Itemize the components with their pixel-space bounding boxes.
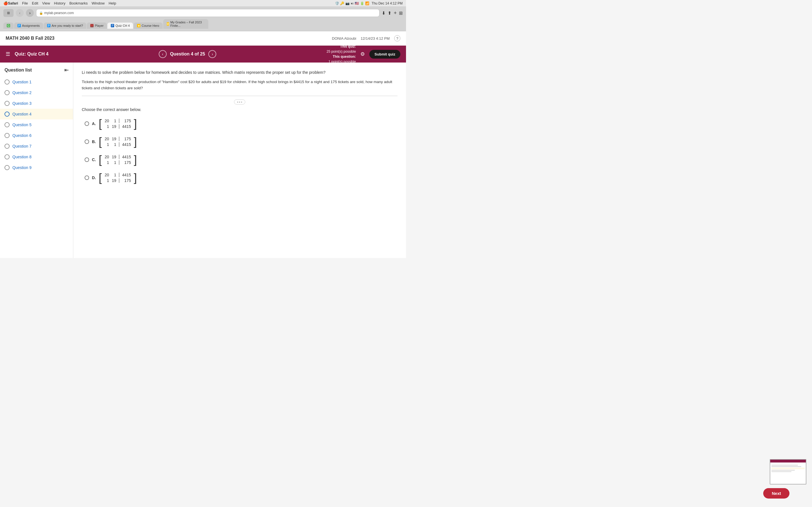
download-icon[interactable]: ⬇ [382,10,386,16]
header-datetime: 12/14/23 4:12 PM [361,36,390,41]
sidebar-item-question8[interactable]: Question 8 [0,152,73,162]
sidebar-item-question4[interactable]: Question 4 [0,109,73,119]
sidebar-item-question2[interactable]: Question 2 [0,87,73,98]
menu-file[interactable]: File [22,1,28,5]
option-a-label: A. [92,121,96,126]
datetime: Thu Dec 14 4:12 PM [371,1,403,5]
collapse-sidebar-button[interactable]: ⇤ [64,67,68,73]
tab-quiz[interactable]: P Quiz CH 4 [107,22,133,29]
tab-assignments[interactable]: P Assignments [14,22,43,29]
menu-view[interactable]: View [42,1,50,5]
cell-d-r2c1: 1 [105,178,109,183]
site-title: MATH 2040 B Fall 2023 [6,36,54,41]
option-b-radio[interactable] [85,139,89,144]
option-c-radio[interactable] [85,158,89,162]
tab-favicon-grades: M [167,22,169,25]
cell-a-r1c1: 20 [105,119,109,123]
question1-label: Question 1 [12,80,32,84]
cell-d-r2c2: 19 [112,178,116,183]
question5-label: Question 5 [12,122,32,127]
menu-help[interactable]: Help [109,1,116,5]
question4-label: Question 4 [12,112,32,116]
bracket-left-d: [ [99,172,102,183]
cell-c-r2c2: 1 [112,160,116,165]
menu-bookmarks[interactable]: Bookmarks [69,1,88,5]
question5-status-circle [4,122,10,127]
tab-coursehero[interactable]: ★ Course Hero [134,22,162,29]
question9-status-circle [4,165,10,170]
cell-b-r1c2: 19 [112,136,116,141]
question1-status-circle [4,79,10,84]
quiz-title: Quiz: Quiz CH 4 [15,52,49,57]
option-a-radio[interactable] [85,121,89,126]
quiz-navigation: ‹ Question 4 of 25 › [159,50,216,58]
answer-options-list: A. [ 20 1 175 1 19 4415 [82,117,398,184]
option-b-label: B. [92,139,96,144]
hamburger-icon[interactable]: ☰ [6,51,10,57]
help-icon[interactable]: ? [394,35,400,41]
settings-icon[interactable]: ⚙ [360,51,365,57]
cell-c-r1c2: 19 [112,155,116,159]
cell-a-r2c3: 4415 [119,124,131,129]
mac-menubar: 🍎 Safari File Edit View History Bookmark… [0,0,406,7]
sidebar-item-question1[interactable]: Question 1 [0,76,73,87]
cell-c-r2c1: 1 [105,160,109,165]
cell-b-r1c1: 20 [105,136,109,141]
sidebar-item-question5[interactable]: Question 5 [0,119,73,130]
tab-favicon-player: 🎧 [90,24,94,27]
question-indicator: Question 4 of 25 [170,52,205,57]
share-icon[interactable]: ⬆ [388,10,391,16]
lock-icon: 🔒 [39,11,43,15]
cell-d-r1c3: 4415 [119,173,131,177]
question7-label: Question 7 [12,144,32,149]
option-c-label: C. [92,158,96,162]
tab-favicon-g: G [7,24,10,27]
cell-c-r1c3: 4415 [119,155,131,159]
sidebar-item-question6[interactable]: Question 6 [0,130,73,141]
tab-player[interactable]: 🎧 Player [87,22,107,29]
back-button[interactable]: ‹ [16,9,24,17]
sidebar-item-question7[interactable]: Question 7 [0,141,73,152]
menu-window[interactable]: Window [92,1,105,5]
next-question-button[interactable]: › [208,50,216,58]
sidebar-header: Question list ⇤ [0,67,73,76]
tab-ready[interactable]: P Are you ready to start? [44,22,86,29]
prev-question-button[interactable]: ‹ [159,50,167,58]
tab-label-assignments: Assignments [22,24,40,27]
bracket-left-a: [ [99,118,102,129]
tab-grades[interactable]: M My Grades – Fall 2023 Finite... [163,19,208,29]
bracket-right-d: ] [134,172,137,183]
apple-icon[interactable]: 🍎 [3,1,8,5]
sidebar-toggle[interactable]: ⊞ [3,9,13,17]
submit-quiz-button[interactable]: Submit quiz [369,50,400,59]
option-a-row: A. [ 20 1 175 1 19 4415 [85,117,398,130]
option-d-radio[interactable] [85,175,89,180]
sidebar-item-question3[interactable]: Question 3 [0,98,73,109]
tab-label-quiz: Quiz CH 4 [115,24,130,27]
tab-g[interactable]: G [3,22,13,29]
tab-overview-icon[interactable]: ⊞ [399,10,403,16]
question-content-area: Li needs to solve the problem below for … [73,62,406,258]
new-tab-icon[interactable]: + [394,10,397,16]
tab-favicon-assignments: P [17,24,21,27]
question-list-sidebar: Question list ⇤ Question 1 Question 2 Qu… [0,62,73,258]
sidebar-item-question9[interactable]: Question 9 [0,162,73,173]
cell-b-r2c1: 1 [105,142,109,147]
menu-safari[interactable]: Safari [8,1,18,5]
site-header-right: DONIA Alzoubi 12/14/23 4:12 PM ? [332,35,400,41]
choose-answer-text: Choose the correct answer below. [82,107,398,112]
option-d-label: D. [92,175,96,180]
tab-label-grades: My Grades – Fall 2023 Finite... [170,20,205,27]
expand-icon[interactable]: • • • [234,100,245,105]
question2-label: Question 2 [12,91,32,95]
question8-label: Question 8 [12,155,32,159]
browser-chrome: ⊞ ‹ › 🔒 mylab.pearson.com ⬇ ⬆ + ⊞ G P As… [0,7,406,31]
quiz-points-label: This quiz: 25 point(s) possible [326,44,356,54]
menu-history[interactable]: History [54,1,65,5]
tab-label-player: Player [95,24,103,27]
url-bar[interactable]: 🔒 mylab.pearson.com [36,9,379,17]
menu-edit[interactable]: Edit [32,1,38,5]
main-layout: Question list ⇤ Question 1 Question 2 Qu… [0,62,406,258]
option-a-matrix: [ 20 1 175 1 19 4415 ] [99,117,137,130]
forward-button[interactable]: › [26,9,34,17]
